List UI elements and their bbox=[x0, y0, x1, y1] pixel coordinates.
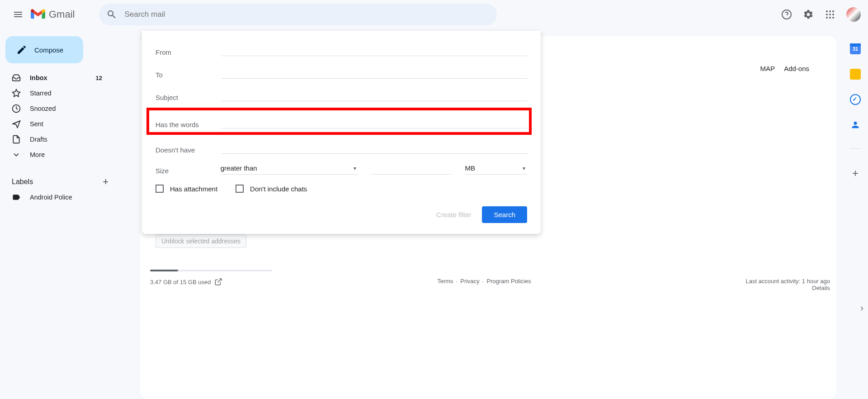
gmail-logo-icon bbox=[31, 9, 45, 20]
nav-drafts[interactable]: Drafts bbox=[0, 132, 112, 147]
google-apps-button[interactable] bbox=[821, 5, 839, 24]
create-filter-link: Create filter bbox=[436, 211, 472, 218]
star-icon bbox=[12, 89, 21, 98]
storage-bar bbox=[150, 270, 272, 271]
gear-icon bbox=[803, 9, 814, 20]
filter-doesnt-have-label: Doesn't have bbox=[156, 146, 222, 154]
nav-inbox[interactable]: Inbox 12 bbox=[0, 71, 112, 85]
tab-imap-fragment[interactable]: MAP bbox=[760, 65, 775, 72]
svg-marker-10 bbox=[13, 90, 20, 97]
label-icon bbox=[12, 193, 21, 202]
calendar-app-button[interactable]: 31 bbox=[850, 43, 861, 54]
search-button[interactable]: Search bbox=[482, 206, 527, 223]
nav-starred[interactable]: Starred bbox=[0, 86, 112, 100]
open-in-new-icon[interactable] bbox=[214, 278, 222, 286]
search-filter-dropdown: From To Subject Has the words Doesn't ha… bbox=[142, 31, 541, 234]
filter-doesnt-have-input[interactable] bbox=[222, 143, 527, 154]
app-header: Gmail bbox=[0, 0, 868, 29]
privacy-link[interactable]: Privacy bbox=[460, 278, 480, 285]
header-actions bbox=[778, 5, 861, 24]
main-menu-button[interactable] bbox=[7, 4, 29, 25]
filter-has-words-input[interactable] bbox=[222, 118, 527, 128]
nav-label: Sent bbox=[30, 120, 107, 128]
filter-doesnt-have-row: Doesn't have bbox=[156, 139, 527, 154]
get-addons-button[interactable]: + bbox=[852, 167, 859, 180]
checkbox-icon bbox=[236, 185, 244, 193]
filter-actions: Create filter Search bbox=[156, 206, 527, 223]
search-input[interactable] bbox=[124, 10, 490, 19]
add-label-button[interactable]: + bbox=[103, 176, 108, 188]
settings-button[interactable] bbox=[799, 5, 817, 24]
file-icon bbox=[12, 135, 21, 144]
filter-from-input[interactable] bbox=[222, 45, 527, 56]
filter-size-value-input[interactable] bbox=[372, 162, 451, 175]
inbox-icon bbox=[12, 73, 21, 82]
send-icon bbox=[12, 119, 21, 128]
checkbox-icon bbox=[156, 185, 164, 193]
svg-point-6 bbox=[832, 14, 834, 15]
policies-link[interactable]: Program Policies bbox=[486, 278, 531, 285]
nav-label: Starred bbox=[30, 90, 107, 97]
svg-point-8 bbox=[829, 17, 831, 19]
filter-to-input[interactable] bbox=[222, 68, 527, 79]
pencil-icon bbox=[16, 44, 27, 55]
clock-icon bbox=[12, 104, 21, 113]
filter-to-label: To bbox=[156, 71, 222, 79]
nav-label: More bbox=[30, 151, 107, 158]
exclude-chats-checkbox[interactable]: Don't include chats bbox=[236, 185, 307, 193]
svg-point-2 bbox=[829, 10, 831, 12]
person-icon bbox=[850, 120, 860, 130]
has-attachment-checkbox[interactable]: Has attachment bbox=[156, 185, 217, 193]
nav-snoozed[interactable]: Snoozed bbox=[0, 101, 112, 116]
settings-tabs-peek: MAP Add-ons bbox=[760, 65, 809, 72]
exclude-chats-label: Don't include chats bbox=[250, 185, 307, 193]
svg-marker-13 bbox=[13, 121, 20, 128]
svg-point-1 bbox=[826, 10, 828, 12]
side-panel: 31 + bbox=[843, 36, 868, 180]
compose-button[interactable]: Compose bbox=[5, 36, 83, 63]
filter-size-label: Size bbox=[156, 167, 207, 175]
apps-grid-icon bbox=[825, 9, 835, 20]
sidebar: Compose Inbox 12 Starred Snoozed Sent Dr… bbox=[0, 29, 116, 205]
contacts-app-button[interactable] bbox=[850, 119, 861, 130]
filter-size-operator-select[interactable]: greater than bbox=[221, 162, 358, 175]
tasks-app-button[interactable] bbox=[850, 94, 861, 105]
filter-size-unit-select[interactable]: MB bbox=[465, 162, 527, 175]
details-link[interactable]: Details bbox=[812, 285, 830, 291]
highlight-annotation: Has the words bbox=[146, 108, 532, 135]
unblock-selected-button[interactable]: Unblock selected addresses bbox=[156, 234, 246, 248]
svg-point-3 bbox=[832, 10, 834, 12]
nav-sent[interactable]: Sent bbox=[0, 117, 112, 131]
compose-label: Compose bbox=[34, 46, 63, 54]
account-avatar[interactable] bbox=[846, 7, 861, 22]
hamburger-icon bbox=[13, 9, 24, 20]
side-panel-toggle[interactable]: › bbox=[860, 303, 863, 313]
tab-addons[interactable]: Add-ons bbox=[784, 65, 809, 72]
footer-activity: Last account activity: 1 hour ago Detail… bbox=[746, 278, 830, 291]
activity-text: Last account activity: 1 hour ago bbox=[746, 278, 830, 285]
footer: 3.47 GB of 15 GB used Terms· Privacy· Pr… bbox=[150, 270, 830, 291]
filter-to-row: To bbox=[156, 64, 527, 79]
nav-label: Android Police bbox=[30, 194, 107, 201]
labels-section-header: Labels + bbox=[0, 175, 116, 189]
keep-app-button[interactable] bbox=[850, 69, 861, 80]
nav-more[interactable]: More bbox=[0, 147, 112, 162]
label-android-police[interactable]: Android Police bbox=[0, 190, 112, 204]
filter-checkbox-row: Has attachment Don't include chats bbox=[156, 185, 527, 193]
terms-link[interactable]: Terms bbox=[437, 278, 453, 285]
gmail-logo[interactable]: Gmail bbox=[31, 9, 75, 20]
nav-label: Drafts bbox=[30, 136, 107, 143]
support-button[interactable] bbox=[778, 5, 796, 24]
filter-has-words-label: Has the words bbox=[156, 121, 222, 128]
nav-label: Snoozed bbox=[30, 105, 107, 112]
filter-subject-input[interactable] bbox=[222, 90, 527, 101]
filter-from-label: From bbox=[156, 48, 222, 56]
chevron-down-icon bbox=[12, 150, 21, 159]
search-icon bbox=[106, 9, 117, 20]
help-icon bbox=[781, 9, 792, 20]
search-bar[interactable] bbox=[99, 4, 497, 25]
footer-links: Terms· Privacy· Program Policies bbox=[437, 278, 531, 285]
filter-has-words-row: Has the words bbox=[156, 114, 527, 128]
has-attachment-label: Has attachment bbox=[170, 185, 217, 193]
size-op-value: greater than bbox=[221, 164, 257, 172]
